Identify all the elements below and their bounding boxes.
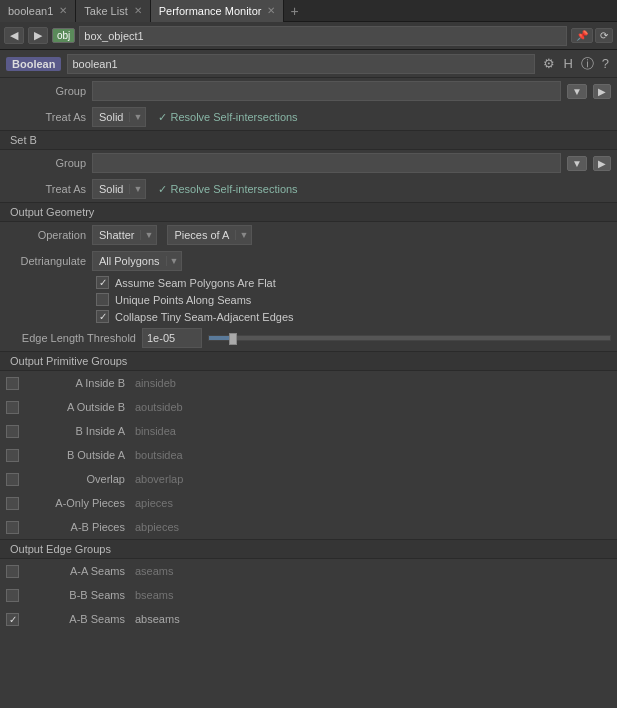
a-inside-b-checkbox[interactable] — [6, 377, 19, 390]
aa-seams-checkbox[interactable] — [6, 565, 19, 578]
a-outside-b-checkbox[interactable] — [6, 401, 19, 414]
group-item-b-inside-a: B Inside A — [0, 419, 617, 443]
group-a-row: Group ▼ ▶ — [0, 78, 617, 104]
edge-length-threshold-row: Edge Length Threshold — [0, 325, 617, 351]
a-b-pieces-checkbox[interactable] — [6, 521, 19, 534]
tab-boolean1-close[interactable]: ✕ — [59, 5, 67, 16]
treat-as-b-arrow-icon: ▼ — [129, 184, 145, 194]
overlap-checkbox[interactable] — [6, 473, 19, 486]
resolve-a-label: ✓ Resolve Self-intersections — [158, 111, 297, 124]
info-button[interactable]: ⓘ — [579, 55, 596, 73]
tab-take-list-close[interactable]: ✕ — [134, 5, 142, 16]
edge-length-threshold-input[interactable] — [142, 328, 202, 348]
obj-icon: obj — [52, 28, 75, 43]
path-bar: ◀ ▶ obj 📌 ⟳ — [0, 22, 617, 50]
content-area: Group ▼ ▶ Treat As Solid ▼ ✓ Resolve Sel… — [0, 78, 617, 708]
treat-as-a-label: Treat As — [6, 111, 86, 123]
group-item-ab-seams: ✓ A-B Seams — [0, 607, 617, 631]
b-inside-a-input[interactable] — [131, 421, 611, 441]
checkbox-unique-points-row: Unique Points Along Seams — [0, 291, 617, 308]
group-b-label: Group — [6, 157, 86, 169]
tab-boolean1[interactable]: boolean1 ✕ — [0, 0, 76, 22]
aa-seams-input[interactable] — [131, 561, 611, 581]
edge-length-slider-fill — [209, 336, 229, 340]
a-only-pieces-input[interactable] — [131, 493, 611, 513]
group-a-input[interactable] — [92, 81, 561, 101]
checkbox-collapse-tiny-row: Collapse Tiny Seam-Adjacent Edges — [0, 308, 617, 325]
detriangulate-select[interactable]: All Polygons ▼ — [92, 251, 182, 271]
back-button[interactable]: ◀ — [4, 27, 24, 44]
ab-seams-checkbox[interactable]: ✓ — [6, 613, 19, 626]
treat-as-b-row: Treat As Solid ▼ ✓ Resolve Self-intersec… — [0, 176, 617, 202]
pieces-select[interactable]: Pieces of A ▼ — [167, 225, 252, 245]
treat-as-a-select[interactable]: Solid ▼ — [92, 107, 146, 127]
pieces-arrow-icon: ▼ — [235, 230, 251, 240]
detriangulate-label: Detriangulate — [6, 255, 86, 267]
a-b-pieces-input[interactable] — [131, 517, 611, 537]
tab-add-button[interactable]: + — [284, 3, 304, 19]
group-b-arrow[interactable]: ▼ — [567, 156, 587, 171]
detriangulate-value: All Polygons — [93, 254, 166, 268]
tab-boolean1-label: boolean1 — [8, 5, 53, 17]
gear-button[interactable]: ⚙ — [541, 55, 557, 73]
tab-take-list[interactable]: Take List ✕ — [76, 0, 150, 22]
a-only-pieces-checkbox[interactable] — [6, 497, 19, 510]
a-outside-b-input[interactable] — [131, 397, 611, 417]
tab-perf-monitor[interactable]: Performance Monitor ✕ — [151, 0, 285, 22]
b-outside-a-checkbox[interactable] — [6, 449, 19, 462]
group-b-input[interactable] — [92, 153, 561, 173]
treat-as-b-label: Treat As — [6, 183, 86, 195]
bb-seams-input[interactable] — [131, 585, 611, 605]
node-header-icons: ⚙ H ⓘ ? — [541, 55, 611, 73]
aa-seams-label: A-A Seams — [25, 565, 125, 577]
h-button[interactable]: H — [561, 55, 574, 73]
group-item-a-outside-b: A Outside B — [0, 395, 617, 419]
group-item-b-outside-a: B Outside A — [0, 443, 617, 467]
ab-seams-label: A-B Seams — [25, 613, 125, 625]
group-a-pin[interactable]: ▶ — [593, 84, 611, 99]
b-outside-a-input[interactable] — [131, 445, 611, 465]
treat-as-a-arrow-icon: ▼ — [129, 112, 145, 122]
pieces-value: Pieces of A — [168, 228, 235, 242]
treat-as-b-select[interactable]: Solid ▼ — [92, 179, 146, 199]
collapse-tiny-label: Collapse Tiny Seam-Adjacent Edges — [115, 311, 294, 323]
pin-button[interactable]: 📌 — [571, 28, 593, 43]
group-a-label: Group — [6, 85, 86, 97]
refresh-button[interactable]: ⟳ — [595, 28, 613, 43]
edge-length-threshold-label: Edge Length Threshold — [6, 332, 136, 344]
edge-length-slider-thumb[interactable] — [229, 333, 237, 345]
operation-row: Operation Shatter ▼ Pieces of A ▼ — [0, 222, 617, 248]
tab-perf-monitor-close[interactable]: ✕ — [267, 5, 275, 16]
tab-take-list-label: Take List — [84, 5, 127, 17]
set-b-header: Set B — [0, 130, 617, 150]
path-input[interactable] — [79, 26, 567, 46]
node-name-input[interactable] — [67, 54, 535, 74]
node-type-badge: Boolean — [6, 57, 61, 71]
a-inside-b-input[interactable] — [131, 373, 611, 393]
group-item-aa-seams: A-A Seams — [0, 559, 617, 583]
shatter-arrow-icon: ▼ — [140, 230, 156, 240]
unique-points-checkbox[interactable] — [96, 293, 109, 306]
group-item-overlap: Overlap — [0, 467, 617, 491]
output-geometry-header: Output Geometry — [0, 202, 617, 222]
a-b-pieces-label: A-B Pieces — [25, 521, 125, 533]
forward-button[interactable]: ▶ — [28, 27, 48, 44]
assume-seam-label: Assume Seam Polygons Are Flat — [115, 277, 276, 289]
b-inside-a-checkbox[interactable] — [6, 425, 19, 438]
group-a-arrow[interactable]: ▼ — [567, 84, 587, 99]
ab-seams-input[interactable] — [131, 609, 611, 629]
operation-label: Operation — [6, 229, 86, 241]
collapse-tiny-checkbox[interactable] — [96, 310, 109, 323]
group-b-pin[interactable]: ▶ — [593, 156, 611, 171]
edge-length-slider-track[interactable] — [208, 335, 611, 341]
group-item-a-b-pieces: A-B Pieces — [0, 515, 617, 539]
bb-seams-checkbox[interactable] — [6, 589, 19, 602]
assume-seam-checkbox[interactable] — [96, 276, 109, 289]
shatter-value: Shatter — [93, 228, 140, 242]
overlap-input[interactable] — [131, 469, 611, 489]
detriangulate-arrow-icon: ▼ — [166, 256, 182, 266]
shatter-select[interactable]: Shatter ▼ — [92, 225, 157, 245]
group-item-a-inside-b: A Inside B — [0, 371, 617, 395]
output-edge-groups-header: Output Edge Groups — [0, 539, 617, 559]
help-button[interactable]: ? — [600, 55, 611, 73]
